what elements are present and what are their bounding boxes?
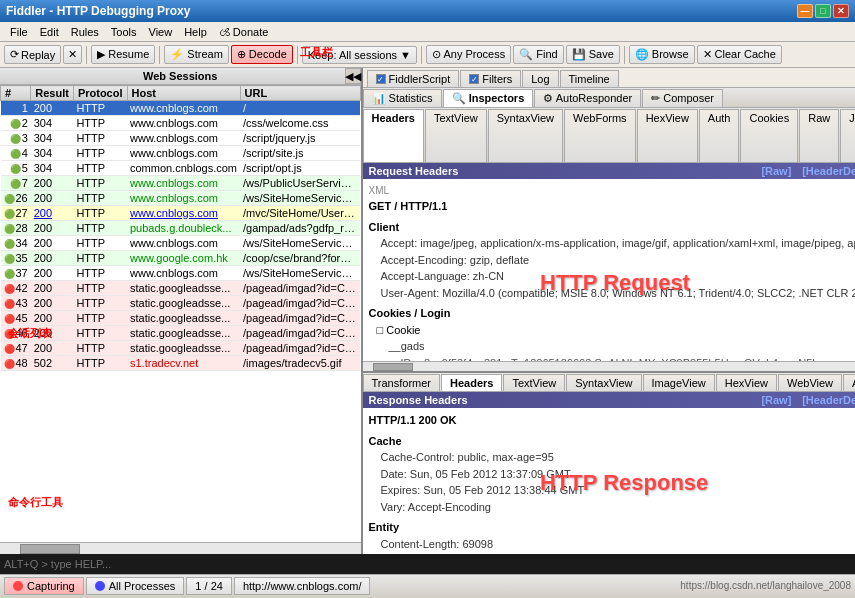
resume-button[interactable]: ▶ Resume <box>91 45 155 64</box>
tab-filters[interactable]: ✓ Filters <box>460 70 521 87</box>
table-row[interactable]: 🟢5304HTTPcommon.cnblogs.com/script/opt.j… <box>1 161 361 176</box>
response-def-link[interactable]: [HeaderDefinitions] <box>802 394 855 406</box>
command-input[interactable] <box>4 558 851 570</box>
table-row[interactable]: 🟢26200HTTPwww.cnblogs.com/ws/SiteHomeSer… <box>1 191 361 206</box>
processes-status[interactable]: All Processes <box>86 577 185 595</box>
menu-tools[interactable]: Tools <box>105 25 143 39</box>
table-row[interactable]: 🟢3304HTTPwww.cnblogs.com/script/jquery.j… <box>1 131 361 146</box>
tab-cookies[interactable]: Cookies <box>740 109 798 163</box>
tab-webview[interactable]: WebView <box>778 374 842 392</box>
tab-resp-headers[interactable]: Headers <box>441 374 502 392</box>
collapse-button[interactable]: ◀◀ <box>345 68 361 84</box>
hscroll-thumb[interactable] <box>20 544 80 554</box>
tab-resp-hexview[interactable]: HexView <box>716 374 777 392</box>
remove-button[interactable]: ✕ <box>63 45 82 64</box>
table-row[interactable]: 🟢27200HTTPwww.cnblogs.com/mvc/SiteHome/U… <box>1 206 361 221</box>
resp-date: Date: Sun, 05 Feb 2012 13:37:09 GMT <box>369 466 856 483</box>
table-row[interactable]: 🔴46200HTTPstatic.googleadsse.../pagead/i… <box>1 326 361 341</box>
menu-help[interactable]: Help <box>178 25 213 39</box>
maximize-button[interactable]: □ <box>815 4 831 18</box>
cookie-root: □ Cookie <box>377 322 856 339</box>
session-number: 🟢5 <box>10 162 28 174</box>
sessions-hscroll[interactable] <box>0 542 361 554</box>
table-row[interactable]: 🔴47200HTTPstatic.googleadsse.../pagead/i… <box>1 341 361 356</box>
menu-edit[interactable]: Edit <box>34 25 65 39</box>
replay-button[interactable]: ⟳ Replay <box>4 45 61 64</box>
tab-auth[interactable]: Auth <box>699 109 740 163</box>
tab-fiddlerscript[interactable]: ✓ FiddlerScript <box>367 70 460 87</box>
fiddlerscript-checkbox[interactable]: ✓ <box>376 74 386 84</box>
session-number: 🟢4 <box>10 147 28 159</box>
tab-resp-syntaxview[interactable]: SyntaxView <box>566 374 641 392</box>
process-button[interactable]: ⊙ Any Process <box>426 45 511 64</box>
table-row[interactable]: 🟢37200HTTPwww.cnblogs.com/ws/SiteHomeSer… <box>1 266 361 281</box>
minimize-button[interactable]: — <box>797 4 813 18</box>
request-raw-link[interactable]: [Raw] <box>761 165 791 177</box>
tab-log[interactable]: Log <box>522 70 558 87</box>
table-row[interactable]: 🔴48502HTTPs1.tradecv.net/images/tradecv5… <box>1 356 361 371</box>
session-url: /pagead/imgad?id=C3nQhco <box>240 341 360 356</box>
session-host: www.cnblogs.com <box>127 266 240 281</box>
save-button[interactable]: 💾 Save <box>566 45 620 64</box>
response-raw-link[interactable]: [Raw] <box>761 394 791 406</box>
close-button[interactable]: ✕ <box>833 4 849 18</box>
tab-inspectors[interactable]: 🔍 Inspectors <box>443 89 534 108</box>
session-host: www.google.com.hk <box>127 251 240 266</box>
capturing-label: Capturing <box>27 580 75 592</box>
tab-webforms[interactable]: WebForms <box>564 109 636 163</box>
menu-file[interactable]: File <box>4 25 34 39</box>
table-row[interactable]: 🟢28200HTTPpubads.g.doubleck.../gampad/ad… <box>1 221 361 236</box>
tab-autoresponder[interactable]: ⚙ AutoResponder <box>534 89 641 108</box>
table-row[interactable]: 🔴43200HTTPstatic.googleadsse.../pagead/i… <box>1 296 361 311</box>
session-host: www.cnblogs.com <box>127 236 240 251</box>
table-row[interactable]: 🟢4304HTTPwww.cnblogs.com/script/site.js <box>1 146 361 161</box>
capturing-status[interactable]: Capturing <box>4 577 84 595</box>
cookies-login-header: Cookies / Login <box>369 305 856 322</box>
tab-headers[interactable]: Headers <box>363 109 424 163</box>
tab-raw[interactable]: Raw <box>799 109 839 163</box>
table-row[interactable]: 1200HTTPwww.cnblogs.com/ <box>1 101 361 116</box>
session-result: 200 <box>31 191 74 206</box>
table-row[interactable]: 🔴42200HTTPstatic.googleadsse.../pagead/i… <box>1 281 361 296</box>
session-url: / <box>240 101 360 116</box>
tab-resp-auth[interactable]: Auth <box>843 374 855 392</box>
col-num: # <box>1 86 31 101</box>
stream-button[interactable]: ⚡ Stream <box>164 45 229 64</box>
table-row[interactable]: 🟢35200HTTPwww.google.com.hk/coop/cse/bra… <box>1 251 361 266</box>
tab-timeline[interactable]: Timeline <box>560 70 619 87</box>
menu-rules[interactable]: Rules <box>65 25 105 39</box>
tab-json[interactable]: JSON <box>840 109 855 163</box>
tab-composer[interactable]: ✏ Composer <box>642 89 723 108</box>
request-hscroll[interactable] <box>363 361 856 371</box>
table-row[interactable]: 🟢2304HTTPwww.cnblogs.com/css/welcome.css <box>1 116 361 131</box>
table-row[interactable]: 🟢34200HTTPwww.cnblogs.com/ws/SiteHomeSer… <box>1 236 361 251</box>
tab-resp-textview[interactable]: TextView <box>503 374 565 392</box>
menu-view[interactable]: View <box>143 25 179 39</box>
table-row[interactable]: 🟢7200HTTPwww.cnblogs.com/ws/PublicUserSe… <box>1 176 361 191</box>
entity-header: Entity <box>369 519 856 536</box>
accept-line: Accept: image/jpeg, application/x-ms-app… <box>369 235 856 252</box>
keep-button[interactable]: Keep: All sessions ▼ <box>302 46 417 64</box>
session-result: 304 <box>31 116 74 131</box>
decode-button[interactable]: ⊕ Decode <box>231 45 293 64</box>
session-number: 🔴47 <box>4 342 28 354</box>
session-number: 🔴48 <box>4 357 28 369</box>
clear-cache-button[interactable]: ✕ Clear Cache <box>697 45 782 64</box>
tab-hexview[interactable]: HexView <box>637 109 698 163</box>
table-row[interactable]: 🔴45200HTTPstatic.googleadsse.../pagead/i… <box>1 311 361 326</box>
window-title: Fiddler - HTTP Debugging Proxy <box>6 4 190 18</box>
tab-imageview[interactable]: ImageView <box>643 374 715 392</box>
session-result: 304 <box>31 161 74 176</box>
tab-statistics[interactable]: 📊 Statistics <box>363 89 442 108</box>
filters-checkbox[interactable]: ✓ <box>469 74 479 84</box>
tab-syntaxview[interactable]: SyntaxView <box>488 109 563 163</box>
browse-button[interactable]: 🌐 Browse <box>629 45 695 64</box>
session-result: 200 <box>31 101 74 116</box>
request-def-link[interactable]: [HeaderDefinitions] <box>802 165 855 177</box>
find-button[interactable]: 🔍 Find <box>513 45 563 64</box>
session-url: /pagead/imgad?id=C3nQhco <box>240 326 360 341</box>
menu-donate[interactable]: 🙢 Donate <box>213 25 275 39</box>
tab-textview[interactable]: TextView <box>425 109 487 163</box>
tab-transformer[interactable]: Transformer <box>363 374 441 392</box>
request-hscroll-thumb[interactable] <box>373 363 413 371</box>
